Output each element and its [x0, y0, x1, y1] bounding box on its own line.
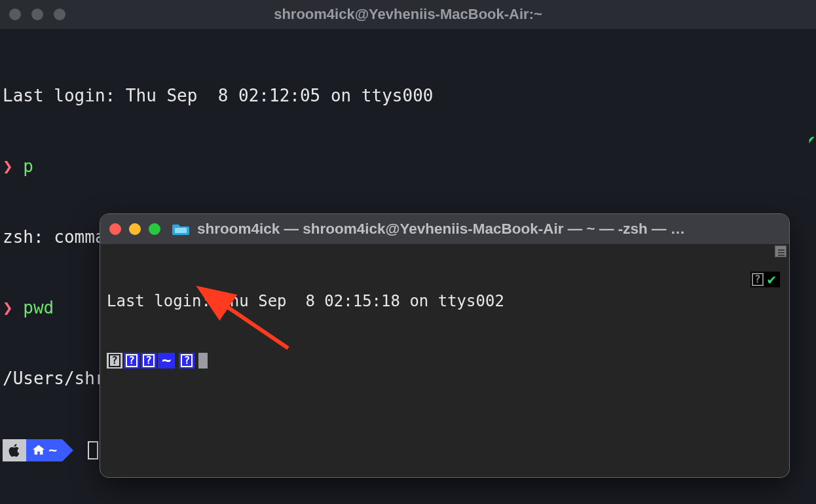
last-login-line: Last login: Thu Sep 8 02:15:18 on ttys00…	[107, 291, 783, 311]
prompt-symbol: ❯	[3, 298, 13, 317]
checkmark-icon: ✔	[768, 270, 776, 289]
terminal-traffic-lights	[109, 223, 160, 235]
home-icon	[31, 443, 46, 458]
terminal-titlebar[interactable]: shroom4ick — shroom4ick@Yevheniis-MacBoo…	[100, 214, 789, 244]
svg-rect-0	[175, 228, 187, 233]
missing-glyph-icon: ?	[181, 354, 193, 367]
powerline-arrow-icon	[62, 439, 73, 461]
missing-glyph-icon: ?	[752, 273, 764, 286]
broken-segment-os: ?	[107, 353, 122, 369]
right-prompt-status: ? ✔	[751, 272, 780, 287]
missing-glyph-icon: ?	[143, 354, 155, 367]
apple-logo-icon	[8, 442, 21, 458]
prompt-symbol: ❯	[3, 156, 13, 176]
text-cursor[interactable]	[198, 353, 208, 369]
missing-glyph-icon: ?	[126, 354, 138, 367]
powerline-tilde: ~	[48, 439, 57, 462]
missing-glyph-icon: ?	[109, 354, 121, 367]
zoom-button[interactable]	[54, 9, 65, 20]
text-cursor[interactable]	[88, 441, 98, 459]
powerline-prompt: ~	[3, 439, 73, 461]
iterm-traffic-lights	[9, 9, 65, 20]
last-login-line: Last login: Thu Sep 8 02:12:05 on ttys00…	[3, 84, 816, 107]
minimize-button[interactable]	[129, 223, 141, 235]
zoom-button[interactable]	[149, 223, 160, 235]
close-button[interactable]	[109, 223, 121, 235]
terminal-body[interactable]: Last login: Thu Sep 8 02:15:18 on ttys00…	[100, 244, 789, 477]
minimize-button[interactable]	[31, 9, 43, 20]
powerline-segment-dir: ~	[26, 439, 62, 461]
iterm-titlebar[interactable]: shroom4ick@Yevheniis-MacBook-Air:~	[0, 0, 816, 29]
prompt-command: p	[23, 156, 33, 176]
broken-separator: ?	[124, 353, 139, 369]
broken-powerline-prompt-line: ???~?	[107, 350, 783, 370]
powerline-segment-os	[3, 439, 26, 461]
terminal-app-window[interactable]: shroom4ick — shroom4ick@Yevheniis-MacBoo…	[100, 213, 790, 478]
broken-powerline-prompt: ???~?	[107, 353, 195, 369]
iterm-window-title: shroom4ick@Yevheniis-MacBook-Air:~	[0, 6, 816, 23]
close-button[interactable]	[9, 9, 21, 20]
broken-home-icon: ?	[141, 353, 157, 369]
powerline-tilde: ~	[158, 353, 175, 369]
prompt-command: pwd	[23, 298, 54, 317]
proxy-folder-icon[interactable]	[172, 222, 189, 236]
broken-separator-end: ?	[179, 353, 195, 369]
prompt-line-1: ❯ p	[3, 154, 816, 178]
terminal-window-title: shroom4ick — shroom4ick@Yevheniis-MacBoo…	[197, 221, 780, 238]
